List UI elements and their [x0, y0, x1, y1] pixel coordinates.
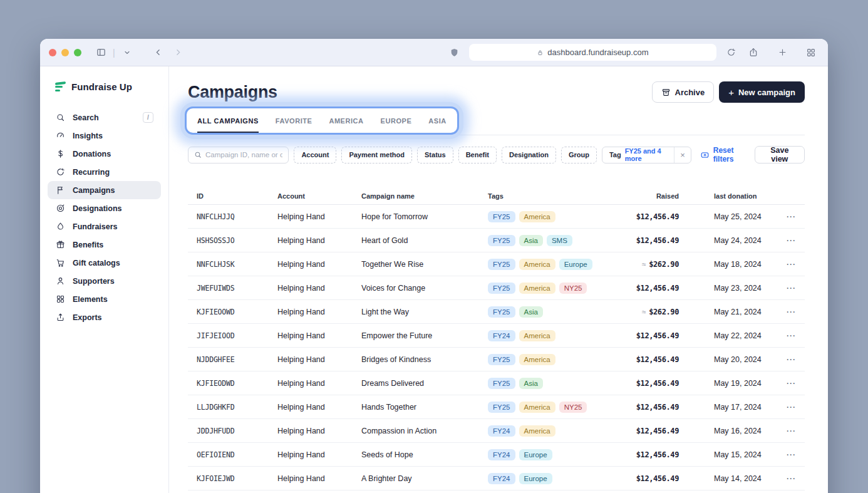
table-row[interactable]: NJDDGHFEE Helping Hand Bridges of Kindne… [188, 348, 805, 371]
filter-pill-benefit[interactable]: Benefit [458, 147, 497, 163]
campaign-raised: $12,456.49 [620, 355, 679, 364]
table-row[interactable]: JIFJEIOOD Helping Hand Empower the Futur… [188, 324, 805, 348]
new-tab-icon[interactable] [774, 44, 790, 61]
table-row[interactable]: KJFOIEJWD Helping Hand A Brighter Day FY… [188, 467, 805, 490]
sidebar-item-supporters[interactable]: Supporters [48, 272, 161, 290]
col-campaign-name: Campaign name [361, 192, 488, 200]
forward-button[interactable] [170, 44, 187, 61]
row-menu-icon[interactable]: ⋯ [773, 211, 796, 222]
row-menu-icon[interactable]: ⋯ [773, 354, 796, 365]
table-row[interactable]: KJFIEOOWD Helping Hand Light the Way FY2… [188, 300, 805, 324]
sidebar-item-insights[interactable]: Insights [48, 127, 161, 145]
tab-overview-icon[interactable] [803, 44, 819, 61]
row-menu-icon[interactable]: ⋯ [773, 425, 796, 437]
plus-icon: + [728, 87, 734, 98]
table-row[interactable]: LLJDGHKFD Helping Hand Hands Together FY… [188, 395, 805, 419]
tab-favorite[interactable]: FAVORITE [276, 108, 313, 133]
col-raised: Raised [620, 192, 679, 200]
sidebar-item-search[interactable]: Search / [48, 108, 161, 127]
sidebar-item-donations[interactable]: Donations [48, 145, 161, 163]
sidebar-item-label: Gift catalogs [73, 259, 120, 267]
minimize-window-button[interactable] [61, 49, 69, 56]
tag-filter[interactable]: Tag FY25 and 4 more × [602, 147, 691, 163]
privacy-shield-icon[interactable] [447, 44, 463, 61]
sidebar-item-label: Designations [73, 204, 122, 213]
zoom-window-button[interactable] [74, 49, 81, 56]
table-row[interactable]: FY24America ⋯ [188, 490, 805, 493]
tag-pill-ny25: NY25 [559, 283, 587, 294]
tag-pill-america: America [519, 283, 555, 294]
exports-icon [55, 313, 66, 322]
row-menu-icon[interactable]: ⋯ [773, 402, 796, 413]
campaign-tags: FY24Europe [488, 449, 620, 460]
row-menu-icon[interactable]: ⋯ [773, 473, 796, 484]
sidebar-item-gift-catalogs[interactable]: Gift catalogs [48, 254, 161, 272]
campaign-account: Helping Hand [277, 284, 361, 293]
sidebar-item-exports[interactable]: Exports [48, 308, 161, 326]
search-input[interactable] [205, 151, 282, 158]
tag-pill-ny25: NY25 [559, 402, 587, 413]
row-menu-icon[interactable]: ⋯ [773, 449, 796, 460]
reset-filters-button[interactable]: Reset filters [700, 146, 750, 163]
campaign-last-donation: May 19, 2024 [679, 379, 773, 388]
row-menu-icon[interactable]: ⋯ [773, 378, 796, 389]
table-row[interactable]: OEFIOIEND Helping Hand Seeds of Hope FY2… [188, 443, 805, 467]
share-icon[interactable] [745, 44, 762, 61]
campaign-id: KJFIEODWD [197, 379, 277, 388]
sidebar-item-designations[interactable]: Designations [48, 199, 161, 217]
sidebar-item-elements[interactable]: Elements [48, 290, 161, 308]
campaign-name: Bridges of Kindness [361, 355, 488, 364]
filter-pill-account[interactable]: Account [294, 147, 336, 163]
campaign-id: KJFIEOOWD [197, 308, 277, 316]
fundraiseup-logo[interactable]: Fundraise Up [48, 81, 161, 92]
url-text: dashboard.fundraiseup.com [547, 48, 648, 57]
filter-pill-designation[interactable]: Designation [502, 147, 556, 163]
close-window-button[interactable] [49, 49, 56, 56]
row-menu-icon[interactable]: ⋯ [773, 235, 796, 246]
elements-icon [55, 294, 66, 304]
campaign-search[interactable] [188, 147, 289, 163]
campaign-id: JWEFUIWDS [197, 284, 277, 293]
campaign-last-donation: May 25, 2024 [679, 212, 773, 221]
reload-icon[interactable] [723, 44, 739, 61]
tag-filter-remove-icon[interactable]: × [674, 150, 691, 160]
table-row[interactable]: HSHSOSSJO Helping Hand Heart of Gold FY2… [188, 229, 805, 252]
sidebar-toggle-icon[interactable] [93, 44, 109, 61]
table-body: NNFCLHJJQ Helping Hand Hope for Tomorrow… [188, 205, 805, 493]
sidebar-item-label: Search [73, 113, 99, 122]
sidebar-item-recurring[interactable]: Recurring [48, 163, 161, 181]
filter-pill-status[interactable]: Status [417, 147, 453, 163]
back-button[interactable] [150, 44, 167, 61]
archive-button[interactable]: Archive [652, 81, 715, 103]
sidebar-item-campaigns[interactable]: Campaigns [48, 181, 161, 199]
sidebar-item-benefits[interactable]: Benefits [48, 236, 161, 254]
row-menu-icon[interactable]: ⋯ [773, 283, 796, 294]
table-row[interactable]: JWEFUIWDS Helping Hand Voices for Change… [188, 276, 805, 300]
row-menu-icon[interactable]: ⋯ [773, 259, 796, 270]
filter-pill-payment-method[interactable]: Payment method [341, 147, 412, 163]
table-row[interactable]: NNFCLHJJQ Helping Hand Hope for Tomorrow… [188, 205, 805, 229]
tab-asia[interactable]: ASIA [428, 108, 446, 133]
row-menu-icon[interactable]: ⋯ [773, 330, 796, 341]
campaign-raised: ≈ $262.90 [620, 308, 679, 316]
filter-pill-group[interactable]: Group [561, 147, 597, 163]
tab-america[interactable]: AMERICA [329, 108, 363, 133]
tab-all-campaigns[interactable]: ALL CAMPAIGNS [197, 108, 259, 133]
campaign-account: Helping Hand [277, 427, 361, 435]
table-row[interactable]: JDDJHFUDD Helping Hand Compassion in Act… [188, 419, 805, 443]
sidebar-item-label: Insights [73, 132, 103, 140]
campaign-last-donation: May 20, 2024 [679, 355, 773, 364]
campaign-tags: FY25Asia [488, 378, 620, 389]
tab-europe[interactable]: EUROPE [381, 108, 412, 133]
sidebar-item-label: Campaigns [73, 186, 115, 195]
campaign-id: NNFCLHJJQ [197, 212, 277, 221]
chevron-down-icon[interactable] [119, 44, 135, 61]
table-row[interactable]: NNFCLHJSK Helping Hand Together We Rise … [188, 252, 805, 276]
table-row[interactable]: KJFIEODWD Helping Hand Dreams Delivered … [188, 371, 805, 395]
sidebar-item-fundraisers[interactable]: Fundraisers [48, 217, 161, 236]
new-campaign-button[interactable]: + New campaign [719, 81, 805, 103]
address-bar[interactable]: dashboard.fundraiseup.com [469, 44, 716, 61]
row-menu-icon[interactable]: ⋯ [773, 306, 796, 318]
save-view-button[interactable]: Save view [755, 146, 805, 163]
tag-pill-america: America [519, 425, 555, 437]
